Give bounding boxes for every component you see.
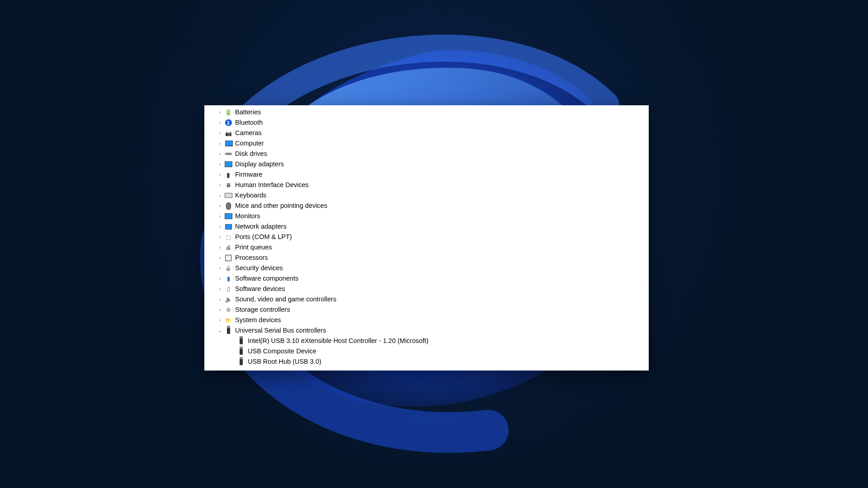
chevron-right-icon[interactable]: › — [217, 317, 223, 324]
chevron-right-icon[interactable]: › — [217, 265, 223, 272]
chevron-right-icon[interactable]: › — [217, 130, 223, 136]
mouse-icon — [224, 202, 232, 210]
chevron-down-icon[interactable]: ⌄ — [217, 328, 223, 334]
chevron-right-icon[interactable]: › — [217, 151, 223, 157]
chevron-right-icon[interactable]: › — [217, 307, 223, 313]
tree-category[interactable]: ›Computer — [204, 138, 649, 149]
usb-icon — [224, 327, 232, 335]
tree-category[interactable]: ⌄Universal Serial Bus controllers — [204, 325, 649, 336]
tree-device[interactable]: Intel(R) USB 3.10 eXtensible Host Contro… — [204, 336, 649, 346]
device-tree[interactable]: ›Batteries›Bluetooth›Cameras›Computer›Di… — [204, 105, 649, 371]
tree-category-label: Security devices — [235, 265, 283, 272]
tree-category[interactable]: ›Processors — [204, 253, 649, 263]
chevron-right-icon[interactable]: › — [217, 109, 223, 116]
keyboard-icon — [224, 192, 232, 200]
usb-icon — [237, 358, 245, 366]
tree-device-label: Intel(R) USB 3.10 eXtensible Host Contro… — [248, 338, 429, 344]
tree-category-label: Display adapters — [235, 161, 284, 168]
tree-category[interactable]: ›Software components — [204, 273, 649, 284]
tree-category[interactable]: ›Storage controllers — [204, 305, 649, 315]
tree-category-label: System devices — [235, 317, 281, 324]
tree-category-label: Software components — [235, 275, 298, 282]
tree-category-label: Print queues — [235, 244, 272, 251]
monitor-icon — [224, 212, 232, 221]
computer-icon — [224, 140, 232, 148]
usb-icon — [237, 347, 245, 356]
chevron-right-icon[interactable]: › — [217, 203, 223, 209]
bluetooth-icon — [224, 119, 232, 127]
tree-category[interactable]: ›Bluetooth — [204, 117, 649, 128]
storage-icon — [224, 306, 232, 314]
chevron-right-icon[interactable]: › — [217, 192, 223, 199]
tree-category[interactable]: ›Human Interface Devices — [204, 180, 649, 190]
tree-category[interactable]: ›System devices — [204, 315, 649, 325]
chevron-right-icon[interactable]: › — [217, 172, 223, 178]
chevron-right-icon[interactable]: › — [217, 224, 223, 230]
tree-category-label: Firmware — [235, 171, 262, 178]
chevron-right-icon[interactable]: › — [217, 244, 223, 251]
tree-category-label: Batteries — [235, 109, 261, 116]
tree-category-label: Monitors — [235, 213, 260, 220]
tree-category[interactable]: ›Mice and other pointing devices — [204, 201, 649, 211]
hid-icon — [224, 181, 232, 189]
tree-category-label: Storage controllers — [235, 306, 290, 313]
chevron-right-icon[interactable]: › — [217, 161, 223, 168]
tree-category-label: Software devices — [235, 286, 285, 292]
tree-category-label: Sound, video and game controllers — [235, 296, 336, 303]
device-manager-window: ›Batteries›Bluetooth›Cameras›Computer›Di… — [204, 105, 649, 371]
system-icon — [224, 316, 232, 324]
chevron-right-icon[interactable]: › — [217, 286, 223, 292]
disk-icon — [224, 150, 232, 158]
tree-category-label: Bluetooth — [235, 119, 263, 126]
firmware-icon — [224, 171, 232, 179]
tree-device[interactable]: USB Composite Device — [204, 346, 649, 357]
tree-category-label: Disk drives — [235, 150, 267, 157]
tree-device[interactable]: USB Root Hub (USB 3.0) — [204, 357, 649, 367]
chevron-right-icon[interactable]: › — [217, 276, 223, 282]
tree-category-label: Cameras — [235, 130, 262, 136]
chevron-right-icon[interactable]: › — [217, 234, 223, 240]
usb-icon — [237, 337, 245, 345]
tree-category[interactable]: ›Monitors — [204, 211, 649, 221]
tree-device-label: USB Root Hub (USB 3.0) — [248, 358, 321, 365]
tree-category-label: Universal Serial Bus controllers — [235, 327, 326, 334]
tree-category[interactable]: ›Security devices — [204, 263, 649, 273]
processor-icon — [224, 254, 232, 262]
tree-category-label: Ports (COM & LPT) — [235, 234, 292, 240]
chevron-right-icon[interactable]: › — [217, 141, 223, 147]
security-icon — [224, 264, 232, 272]
tree-category[interactable]: ›Ports (COM & LPT) — [204, 232, 649, 242]
tree-category[interactable]: ›Display adapters — [204, 159, 649, 169]
tree-category[interactable]: ›Network adapters — [204, 221, 649, 232]
tree-device-label: USB Composite Device — [248, 348, 316, 355]
display-icon — [224, 160, 232, 169]
chevron-right-icon[interactable]: › — [217, 296, 223, 303]
tree-category-label: Computer — [235, 140, 264, 147]
tree-category-label: Processors — [235, 254, 268, 261]
tree-category-label: Mice and other pointing devices — [235, 202, 327, 209]
swdev-icon — [224, 285, 232, 293]
port-icon — [224, 233, 232, 241]
tree-category[interactable]: ›Firmware — [204, 169, 649, 180]
printer-icon — [224, 244, 232, 252]
battery-icon — [224, 108, 232, 117]
network-icon — [224, 223, 232, 231]
tree-category-label: Network adapters — [235, 223, 287, 230]
tree-category-label: Keyboards — [235, 192, 266, 199]
tree-category[interactable]: ›Keyboards — [204, 190, 649, 201]
tree-category[interactable]: ›Print queues — [204, 242, 649, 253]
tree-category[interactable]: ›Disk drives — [204, 149, 649, 159]
tree-category[interactable]: ›Batteries — [204, 107, 649, 117]
sound-icon — [224, 296, 232, 304]
chevron-right-icon[interactable]: › — [217, 120, 223, 126]
tree-category-label: Human Interface Devices — [235, 182, 309, 188]
tree-category[interactable]: ›Sound, video and game controllers — [204, 294, 649, 305]
chevron-right-icon[interactable]: › — [217, 255, 223, 261]
camera-icon — [224, 129, 232, 137]
tree-category[interactable]: ›Software devices — [204, 284, 649, 294]
chevron-right-icon[interactable]: › — [217, 213, 223, 220]
swcomp-icon — [224, 275, 232, 283]
chevron-right-icon[interactable]: › — [217, 182, 223, 188]
tree-category[interactable]: ›Cameras — [204, 128, 649, 138]
